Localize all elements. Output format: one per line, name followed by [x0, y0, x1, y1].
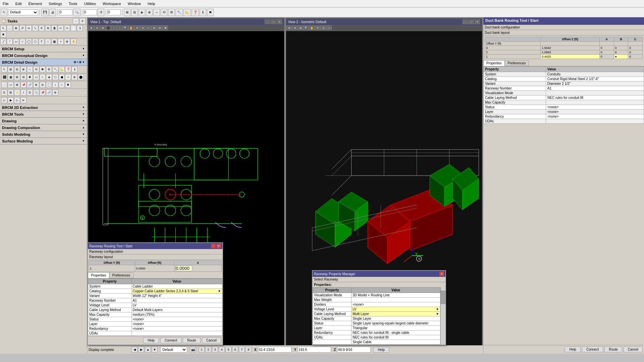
dt5-1[interactable]: ▷: [1, 97, 7, 103]
layer-8[interactable]: 8: [246, 347, 252, 353]
redo-btn[interactable]: ↪: [64, 25, 70, 31]
layer-7[interactable]: 7: [239, 347, 245, 353]
section-surface[interactable]: Surface Modeling ▼: [0, 138, 87, 144]
detail-btn-11[interactable]: ❓: [65, 66, 71, 72]
dt2-7[interactable]: ○: [40, 74, 46, 80]
text-btn[interactable]: T: [39, 39, 45, 45]
pm-clm-expand[interactable]: ▼: [436, 312, 439, 316]
view2-close[interactable]: ✕: [475, 19, 480, 24]
v1t-7[interactable]: 🔍: [123, 25, 128, 30]
tool-3[interactable]: ◈: [139, 9, 145, 16]
detail-btn-9[interactable]: 🔧: [52, 66, 58, 72]
tool-10[interactable]: ❓: [192, 9, 199, 16]
tool-9[interactable]: 📐: [183, 9, 191, 16]
dt2-4[interactable]: ⧉: [20, 74, 26, 80]
section-drawing-comp[interactable]: Drawing Composition ▲: [0, 124, 87, 131]
detail-btn-3[interactable]: ⊟: [14, 66, 20, 72]
select-tool-btn[interactable]: ↖: [1, 9, 7, 16]
x-btn[interactable]: ✖: [0, 32, 6, 38]
tool-7[interactable]: ⚙: [168, 9, 175, 16]
dt3-6[interactable]: ⊕: [33, 82, 39, 88]
pm-vl-expand[interactable]: ▼: [436, 307, 439, 311]
rotate-sm-btn[interactable]: ↺: [19, 25, 25, 31]
dt5-4[interactable]: ⊳: [20, 97, 26, 103]
dt3-2[interactable]: ▭: [8, 82, 14, 88]
dt2-1[interactable]: ⬛: [1, 74, 7, 80]
pan-btn[interactable]: ✋: [70, 39, 76, 45]
menu-window[interactable]: Window: [126, 1, 142, 6]
detail-btn-2[interactable]: ⊞: [8, 66, 14, 72]
rp-tab-prefs[interactable]: Preferences: [109, 273, 133, 278]
detail-btn-4[interactable]: ⊕: [20, 66, 26, 72]
section-solids[interactable]: Solids Modeling ▼: [0, 131, 87, 138]
layer-down[interactable]: ▼: [152, 347, 158, 353]
tasks-close[interactable]: ✕: [79, 18, 86, 24]
menu-tools[interactable]: Tools: [67, 1, 79, 6]
v2t-3[interactable]: ⊞: [298, 25, 303, 30]
menu-edit[interactable]: Edit: [14, 1, 23, 6]
layer-6[interactable]: 6: [232, 347, 238, 353]
v1t-14[interactable]: ✖: [163, 25, 168, 30]
fill-btn[interactable]: ▪: [58, 39, 64, 45]
rp-min-btn[interactable]: −: [211, 244, 216, 248]
layer-prev[interactable]: ◀: [131, 347, 138, 353]
v1t-11[interactable]: ▭: [146, 25, 151, 30]
v1t-1[interactable]: ⊕: [89, 25, 94, 30]
detail-btn-1[interactable]: ↖: [1, 66, 7, 72]
detail-btn-7[interactable]: ✖: [40, 66, 46, 72]
section-brcm-2d[interactable]: BRCM 2D Extraction ▼: [0, 104, 87, 111]
section-brcm-tools[interactable]: BRCM Tools ▼: [0, 111, 87, 118]
v1t-10[interactable]: ⊡: [140, 25, 145, 30]
pm-scroll-thumb[interactable]: [441, 291, 445, 304]
rp-connect-btn[interactable]: Connect: [160, 338, 181, 343]
workspace-select[interactable]: Default: [8, 9, 38, 15]
scale-input[interactable]: [107, 9, 121, 15]
dt2-2[interactable]: ▦: [8, 74, 14, 80]
detail-expand-icon[interactable]: ⊞: [79, 61, 82, 64]
dt4-2[interactable]: ⊞: [8, 89, 14, 96]
rp-main-help[interactable]: Help: [565, 347, 581, 352]
zoom-input[interactable]: [59, 9, 72, 15]
v2t-4[interactable]: 🔍: [304, 25, 309, 30]
v1t-3[interactable]: ⊞: [100, 25, 105, 30]
status-help-btn[interactable]: Help: [373, 347, 389, 353]
dt4-5[interactable]: D: [27, 89, 33, 96]
detail-btn-6[interactable]: ⟲: [33, 66, 39, 72]
v2t-8[interactable]: ▭: [326, 25, 332, 30]
rp-cancel-btn[interactable]: Cancel: [202, 338, 221, 343]
detail-view-icon[interactable]: ⊞: [74, 61, 76, 64]
detail-list-icon[interactable]: ≡: [77, 61, 78, 64]
section-brcm-detail[interactable]: BRCM Detail Design ⊞ ≡ ⊞ ▼: [0, 59, 87, 66]
rp-tab-props[interactable]: Properties: [88, 273, 109, 278]
menu-workspace[interactable]: Workspace: [101, 1, 122, 6]
tool-8[interactable]: 🔧: [175, 9, 183, 16]
tool-4[interactable]: ⊕: [146, 9, 153, 16]
tool-11[interactable]: ℹ: [200, 9, 206, 16]
dt4-1[interactable]: E: [1, 89, 7, 96]
camera-btn[interactable]: 📷: [190, 347, 196, 353]
dt3-3[interactable]: ⊞: [14, 82, 20, 88]
dt4-9[interactable]: ⊕: [52, 89, 58, 96]
rp-tab-properties[interactable]: Properties: [483, 60, 505, 66]
rp-help-btn[interactable]: Help: [143, 338, 159, 343]
dt4-3[interactable]: ⚡: [14, 89, 20, 96]
menu-file[interactable]: File: [1, 1, 10, 6]
menu-help[interactable]: Help: [146, 1, 157, 6]
dt3-9[interactable]: ↕: [52, 82, 58, 88]
x-input[interactable]: [258, 347, 291, 353]
dt2-9[interactable]: ⬡: [52, 74, 58, 80]
tool-6[interactable]: ⟲: [161, 9, 167, 16]
rp-close-btn[interactable]: ✕: [216, 244, 221, 248]
dt3-8[interactable]: 📋: [46, 82, 52, 88]
dim-btn[interactable]: ↕: [45, 39, 51, 45]
tool-12[interactable]: ✖: [207, 9, 214, 16]
v2t-1[interactable]: ⊕: [286, 25, 292, 30]
poly-btn[interactable]: ⬡: [32, 39, 38, 45]
copy-btn[interactable]: ⧉: [45, 25, 51, 31]
dt5-3[interactable]: ▷: [14, 97, 20, 103]
v2t-5[interactable]: ✋: [309, 25, 315, 30]
rp-route-btn[interactable]: Route: [183, 338, 201, 343]
v1t-4[interactable]: ⬛: [106, 25, 111, 30]
undo-btn[interactable]: ↩: [58, 25, 64, 31]
dt3-1[interactable]: ⬜: [1, 82, 7, 88]
